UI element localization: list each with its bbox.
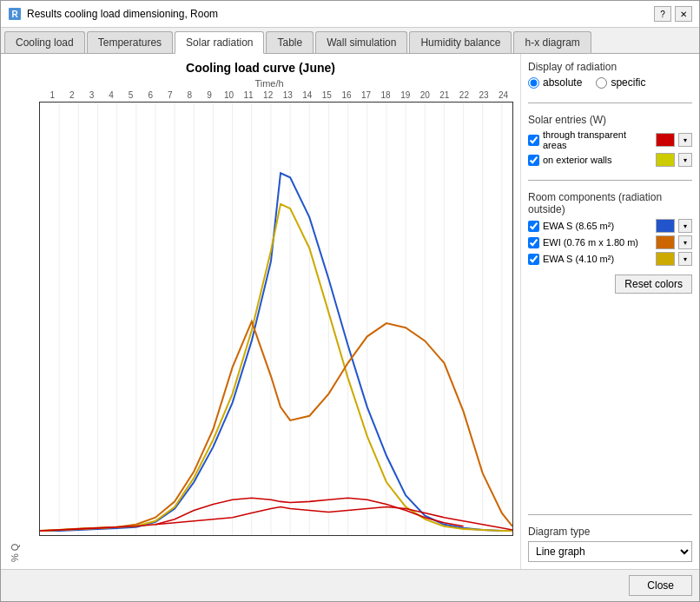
- tab-cooling-load[interactable]: Cooling load: [4, 31, 85, 53]
- chart-container: % Q: [8, 102, 513, 562]
- ewa-s1-checkbox-label[interactable]: EWA S (8.65 m²): [528, 221, 652, 232]
- title-bar-controls: ? ✕: [654, 6, 692, 22]
- tick-17: 17: [356, 90, 376, 100]
- tick-15: 15: [317, 90, 337, 100]
- ewi-checkbox-label[interactable]: EWI (0.76 m x 1.80 m): [528, 237, 652, 248]
- walls-color-dropdown[interactable]: ▾: [678, 153, 692, 167]
- tick-21: 21: [435, 90, 455, 100]
- transparent-checkbox[interactable]: [528, 135, 539, 146]
- radio-specific[interactable]: specific: [596, 76, 645, 89]
- radio-absolute-input[interactable]: [528, 77, 539, 89]
- tick-3: 3: [82, 90, 102, 100]
- close-window-button[interactable]: ✕: [675, 6, 692, 22]
- right-panel: Display of radiation absolute specific: [521, 54, 699, 569]
- transparent-color-dropdown[interactable]: ▾: [678, 133, 692, 147]
- ewi-color-dropdown[interactable]: ▾: [678, 235, 692, 249]
- tick-10: 10: [219, 90, 239, 100]
- diagram-type-select[interactable]: Line graph Bar chart: [528, 541, 692, 562]
- divider-2: [528, 180, 692, 181]
- tick-1: 1: [43, 90, 63, 100]
- walls-label-text: on exterior walls: [543, 155, 611, 165]
- title-bar: R Results cooling load dimensioning, Roo…: [1, 1, 699, 28]
- divider-1: [528, 103, 692, 103]
- tick-8: 8: [180, 90, 200, 100]
- orange-curve: [40, 321, 512, 531]
- reset-colors-button[interactable]: Reset colors: [615, 275, 692, 294]
- x-axis-label: Time/h: [25, 78, 513, 89]
- tick-24: 24: [493, 90, 513, 100]
- yellow-curve: [40, 204, 512, 531]
- radio-absolute-label: absolute: [543, 76, 582, 89]
- close-button[interactable]: Close: [629, 575, 692, 596]
- tab-solar-radiation[interactable]: Solar radiation: [175, 31, 264, 54]
- ewi-checkbox[interactable]: [528, 237, 539, 248]
- tick-19: 19: [395, 90, 415, 100]
- ewa-s1-row: EWA S (8.65 m²) ▾: [528, 219, 692, 233]
- x-axis-ticks: 1 2 3 4 5 6 7 8 9 10 11 12 13 14 15 16 1…: [25, 90, 513, 102]
- title-bar-left: R Results cooling load dimensioning, Roo…: [8, 7, 218, 21]
- tick-9: 9: [200, 90, 220, 100]
- tick-18: 18: [376, 90, 396, 100]
- spacer: [528, 301, 692, 504]
- tab-table[interactable]: Table: [266, 31, 314, 53]
- ewi-label-text: EWI (0.76 m x 1.80 m): [543, 237, 638, 248]
- ewa-s2-row: EWA S (4.10 m²) ▾: [528, 252, 692, 266]
- tick-23: 23: [474, 90, 494, 100]
- ewi-color-box: [656, 235, 675, 249]
- ewa-s1-checkbox[interactable]: [528, 221, 539, 232]
- room-components-section: Room components (radiation outside) EWA …: [528, 191, 692, 294]
- radio-absolute[interactable]: absolute: [528, 76, 582, 89]
- transparent-label-text: through transparent areas: [543, 129, 652, 150]
- help-button[interactable]: ?: [654, 6, 671, 22]
- transparent-color-box: [656, 133, 675, 147]
- solar-entries-section: Solar entries (W) through transparent ar…: [528, 114, 692, 169]
- tick-7: 7: [160, 90, 180, 100]
- divider-3: [528, 514, 692, 515]
- tab-hx-diagram[interactable]: h-x diagram: [513, 31, 591, 53]
- footer: Close: [1, 569, 699, 601]
- tick-20: 20: [415, 90, 435, 100]
- walls-row: on exterior walls ▾: [528, 153, 692, 167]
- ewa-s2-label-text: EWA S (4.10 m²): [543, 254, 614, 264]
- tick-14: 14: [298, 90, 318, 100]
- display-radiation-label: Display of radiation: [528, 61, 692, 73]
- diagram-type-label: Diagram type: [528, 526, 692, 538]
- walls-checkbox-label[interactable]: on exterior walls: [528, 155, 652, 166]
- tab-humidity-balance[interactable]: Humidity balance: [409, 31, 512, 53]
- solar-entries-label: Solar entries (W): [528, 114, 692, 126]
- chart-plot: [39, 102, 513, 536]
- transparent-row: through transparent areas ▾: [528, 129, 692, 150]
- app-icon: R: [8, 7, 22, 21]
- room-components-label: Room components (radiation outside): [528, 191, 692, 215]
- ewa-s2-checkbox[interactable]: [528, 254, 539, 265]
- tick-4: 4: [102, 90, 122, 100]
- tick-22: 22: [454, 90, 474, 100]
- chart-title: Cooling load curve (June): [8, 61, 513, 75]
- tick-12: 12: [258, 90, 278, 100]
- tabs-bar: Cooling load Temperatures Solar radiatio…: [1, 28, 699, 54]
- red-curve: [40, 506, 512, 530]
- y-axis-label: % Q: [8, 102, 22, 562]
- ewa-s2-color-dropdown[interactable]: ▾: [678, 252, 692, 266]
- chart-area: Cooling load curve (June) Time/h 1 2 3 4…: [1, 54, 521, 569]
- tick-5: 5: [121, 90, 141, 100]
- tick-2: 2: [63, 90, 83, 100]
- walls-color-box: [656, 153, 675, 167]
- ewa-s1-color-dropdown[interactable]: ▾: [678, 219, 692, 233]
- tick-13: 13: [278, 90, 298, 100]
- radio-specific-input[interactable]: [596, 77, 607, 89]
- display-radiation-section: Display of radiation absolute specific: [528, 61, 692, 92]
- tab-wall-simulation[interactable]: Wall simulation: [315, 31, 407, 53]
- tick-11: 11: [239, 90, 259, 100]
- main-window: R Results cooling load dimensioning, Roo…: [0, 0, 700, 602]
- ewa-s2-color-box: [656, 252, 675, 266]
- tick-6: 6: [141, 90, 161, 100]
- walls-checkbox[interactable]: [528, 155, 539, 166]
- chart-svg: [40, 103, 512, 535]
- transparent-checkbox-label[interactable]: through transparent areas: [528, 129, 652, 150]
- radio-specific-label: specific: [611, 76, 645, 89]
- window-title: Results cooling load dimensioning, Room: [27, 8, 218, 20]
- tab-temperatures[interactable]: Temperatures: [87, 31, 173, 53]
- ewa-s2-checkbox-label[interactable]: EWA S (4.10 m²): [528, 254, 652, 265]
- tick-16: 16: [337, 90, 357, 100]
